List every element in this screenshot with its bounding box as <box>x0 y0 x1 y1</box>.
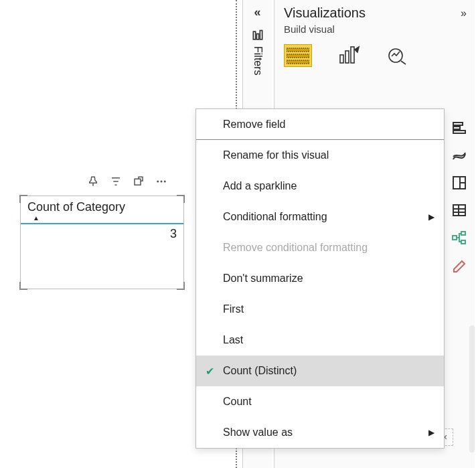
table-icon[interactable] <box>451 202 468 219</box>
visual-column-header[interactable]: Count of Category ▲ <box>21 196 183 224</box>
check-icon: ✔ <box>206 365 223 378</box>
menu-item-remove-field[interactable]: Remove field <box>196 109 444 140</box>
filter-icon[interactable] <box>110 175 122 187</box>
menu-item-last[interactable]: Last <box>196 325 444 356</box>
menu-item-label: Count <box>223 396 434 408</box>
expand-filters-icon[interactable]: « <box>254 5 260 19</box>
field-context-menu: Remove field Rename for this visual Add … <box>195 108 445 449</box>
menu-item-dont-summarize[interactable]: Don't summarize <box>196 263 444 294</box>
svg-point-1 <box>157 181 159 183</box>
expand-pane-icon[interactable]: » <box>461 7 467 19</box>
svg-rect-7 <box>287 48 309 52</box>
svg-rect-5 <box>256 34 258 40</box>
svg-rect-15 <box>453 127 460 129</box>
menu-item-label: First <box>223 303 434 315</box>
pin-icon[interactable] <box>87 175 99 187</box>
card-visual[interactable]: Count of Category ▲ 3 <box>20 196 184 289</box>
filters-pane-label: Filters <box>252 46 264 76</box>
svg-rect-14 <box>453 123 463 125</box>
scrollbar[interactable] <box>469 325 475 453</box>
menu-item-label: Show value as <box>223 426 428 439</box>
ribbon-chart-icon[interactable] <box>451 147 468 164</box>
menu-item-label: Conditional formatting <box>223 211 428 223</box>
menu-item-label: Count (Distinct) <box>223 365 434 377</box>
svg-rect-23 <box>461 240 465 244</box>
menu-item-label: Don't summarize <box>223 272 434 285</box>
visualization-types-strip <box>448 119 471 274</box>
submenu-arrow-icon: ▶ <box>428 428 434 437</box>
menu-item-conditional-formatting[interactable]: Conditional formatting ▶ <box>196 202 444 232</box>
build-visual-tabs <box>274 40 475 74</box>
menu-item-label: Add a sparkline <box>223 180 434 192</box>
svg-point-3 <box>164 181 166 183</box>
visual-header-label: Count of Category <box>27 200 125 214</box>
svg-rect-11 <box>345 51 349 63</box>
svg-rect-9 <box>287 60 309 64</box>
svg-rect-0 <box>135 179 141 185</box>
sort-ascending-icon: ▲ <box>33 214 177 222</box>
visualizations-pane-title: Visualizations <box>284 5 366 21</box>
analytics-tab-icon[interactable] <box>386 46 408 66</box>
resize-handle-bl[interactable] <box>19 282 27 290</box>
eraser-icon[interactable] <box>451 256 468 274</box>
filters-icon <box>251 29 264 42</box>
format-tab-icon[interactable] <box>337 46 360 66</box>
menu-item-show-value-as[interactable]: Show value as ▶ <box>196 417 444 448</box>
fields-tab-icon[interactable] <box>284 44 312 67</box>
svg-rect-12 <box>351 47 354 63</box>
menu-item-label: Remove conditional formatting <box>223 242 434 254</box>
visual-floating-toolbar <box>87 175 167 187</box>
decomposition-tree-icon[interactable] <box>451 229 468 246</box>
svg-rect-19 <box>460 183 465 189</box>
svg-rect-6 <box>260 31 262 40</box>
treemap-icon[interactable] <box>451 174 468 191</box>
svg-rect-16 <box>453 131 465 133</box>
menu-item-remove-conditional-formatting: Remove conditional formatting <box>196 232 444 263</box>
svg-rect-17 <box>453 177 460 189</box>
stacked-bar-icon[interactable] <box>451 119 468 137</box>
menu-item-count[interactable]: Count <box>196 386 444 417</box>
build-visual-label: Build visual <box>274 23 475 40</box>
submenu-arrow-icon: ▶ <box>428 212 434 222</box>
resize-handle-tl[interactable] <box>19 195 27 203</box>
resize-handle-br[interactable] <box>177 282 185 290</box>
visual-value-cell: 3 <box>21 224 183 244</box>
menu-item-label: Remove field <box>223 119 434 131</box>
svg-rect-18 <box>460 177 465 183</box>
resize-handle-tr[interactable] <box>177 195 185 203</box>
menu-item-rename[interactable]: Rename for this visual <box>196 140 444 171</box>
menu-item-label: Last <box>223 334 434 346</box>
menu-item-add-sparkline[interactable]: Add a sparkline <box>196 171 444 202</box>
menu-item-count-distinct[interactable]: ✔ Count (Distinct) <box>196 356 444 386</box>
svg-rect-8 <box>287 54 309 58</box>
menu-item-label: Rename for this visual <box>223 149 434 161</box>
svg-rect-21 <box>453 236 457 240</box>
svg-rect-10 <box>340 55 343 63</box>
svg-rect-4 <box>253 31 255 40</box>
menu-item-first[interactable]: First <box>196 294 444 325</box>
more-options-icon[interactable] <box>155 175 167 187</box>
svg-point-2 <box>161 181 163 183</box>
focus-mode-icon[interactable] <box>133 175 145 187</box>
svg-rect-22 <box>461 232 465 235</box>
